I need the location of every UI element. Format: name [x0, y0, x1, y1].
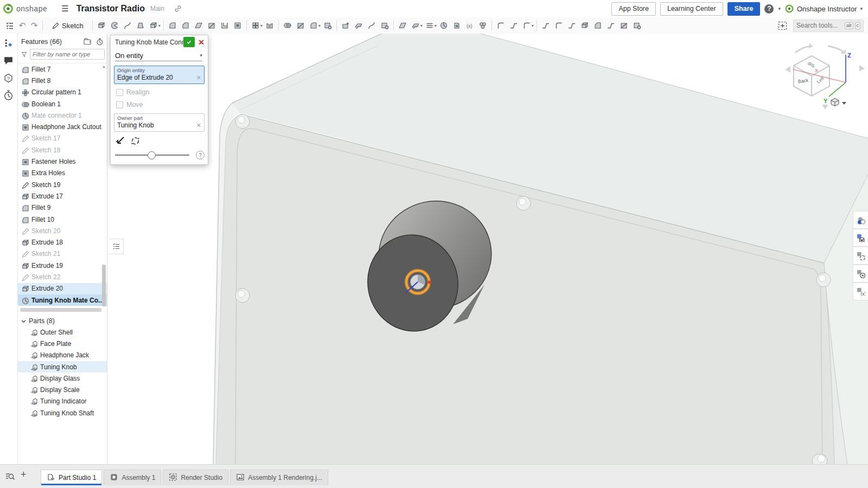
tab-search-icon[interactable]: [5, 472, 15, 481]
tab-part-studio-1[interactable]: Part Studio 1: [41, 470, 102, 485]
sheet-metal-joint-caret-icon[interactable]: ▾: [532, 23, 534, 28]
screw-hole[interactable]: [235, 114, 250, 129]
feature-row[interactable]: Extra Holes: [18, 168, 107, 179]
flip-axis-icon[interactable]: [115, 136, 126, 146]
mirror-icon[interactable]: [263, 19, 276, 32]
move-face-icon[interactable]: [339, 19, 352, 32]
fillet-icon[interactable]: [166, 19, 179, 32]
replace-face-icon[interactable]: [352, 19, 365, 32]
clear-owner-icon[interactable]: ✕: [196, 122, 201, 129]
share-button[interactable]: Share: [727, 2, 761, 16]
feature-row[interactable]: Headphone Jack Cutout: [18, 121, 107, 132]
sheet-metal-flange-icon[interactable]: [507, 19, 520, 32]
search-tools-input[interactable]: Search tools... alt c: [793, 20, 864, 32]
screw-hole[interactable]: [235, 288, 250, 303]
derived-icon[interactable]: [450, 19, 463, 32]
turntable-panel-tab[interactable]: [853, 247, 868, 265]
history-icon[interactable]: [3, 90, 14, 101]
screw-hole[interactable]: [516, 196, 531, 210]
finish-sheet-metal-icon[interactable]: [630, 19, 643, 32]
redo-icon[interactable]: ↷: [28, 21, 40, 30]
rotate-axis-icon[interactable]: [130, 136, 141, 146]
curve-pattern-caret-icon[interactable]: ▾: [435, 23, 437, 28]
help-caret-icon[interactable]: ▾: [778, 6, 781, 11]
custom-feature-icon[interactable]: [476, 19, 489, 32]
flange-icon[interactable]: [539, 19, 552, 32]
3d-viewport[interactable]: Top Back Left Z Y X: [107, 34, 868, 464]
link-icon[interactable]: [174, 5, 182, 12]
feature-row[interactable]: Fillet 10: [18, 214, 107, 225]
part-row[interactable]: Face Plate: [18, 338, 107, 349]
feature-row[interactable]: Fillet 8: [18, 75, 107, 86]
feature-row[interactable]: Fillet 9: [18, 202, 107, 214]
chamfer-icon[interactable]: [179, 19, 192, 32]
plane-icon[interactable]: [396, 19, 409, 32]
screw-hole[interactable]: [816, 273, 831, 287]
extend-wall-icon[interactable]: [604, 19, 617, 32]
origin-entity-field[interactable]: Origin entity Edge of Extrude 20 ✕: [114, 66, 205, 84]
feature-row[interactable]: Extrude 20: [18, 283, 107, 294]
feature-row[interactable]: Sketch 22: [18, 271, 107, 282]
draft-icon[interactable]: [192, 19, 205, 32]
help-box-icon[interactable]: ?: [3, 73, 14, 84]
move-checkbox[interactable]: [116, 101, 123, 108]
insert-item-icon[interactable]: [3, 38, 14, 49]
appearance-panel-tab[interactable]: [853, 211, 868, 229]
hole-icon[interactable]: [231, 19, 244, 32]
custom-views-panel-tab[interactable]: (x): [853, 282, 868, 300]
create-folder-icon[interactable]: [84, 38, 92, 46]
variable-icon[interactable]: (x): [463, 19, 476, 32]
corner-break-icon[interactable]: [591, 19, 604, 32]
scroll-up-icon[interactable]: ▲: [102, 65, 106, 68]
dialog-help-icon[interactable]: ?: [196, 151, 205, 159]
view-cube-menu[interactable]: [831, 99, 846, 106]
thicken-caret-icon[interactable]: ▾: [158, 23, 161, 28]
feature-row[interactable]: Circular pattern 1: [18, 87, 107, 98]
part-row[interactable]: Tuning Indicator: [18, 396, 107, 407]
hem-icon[interactable]: [552, 19, 565, 32]
main-menu-icon[interactable]: ☰: [61, 4, 68, 14]
view-cube[interactable]: Top Back Left Z Y X: [785, 44, 865, 110]
part-row[interactable]: Display Scale: [18, 384, 107, 395]
bend-icon[interactable]: [565, 19, 578, 32]
learning-center-button[interactable]: Learning Center: [660, 2, 723, 16]
feature-row[interactable]: Tuning Knob Mate Co...: [18, 294, 107, 306]
feature-row[interactable]: Sketch 17: [18, 133, 107, 144]
part-row[interactable]: Tuning Knob: [18, 361, 107, 373]
document-title[interactable]: Transistor Radio: [76, 4, 145, 14]
slider-handle[interactable]: [148, 151, 156, 159]
confirm-button[interactable]: [183, 37, 195, 47]
tab-assembly-1[interactable]: Assembly 1: [104, 470, 161, 485]
vertical-scrollbar[interactable]: [102, 265, 106, 306]
branch-name[interactable]: Main: [150, 5, 164, 12]
boolean-icon[interactable]: [281, 19, 294, 32]
realign-checkbox[interactable]: [116, 89, 123, 96]
filter-input[interactable]: [30, 49, 105, 60]
sheet-metal-model-icon[interactable]: [494, 19, 507, 32]
part-row[interactable]: Outer Shell: [18, 326, 107, 338]
extrude-icon[interactable]: [95, 19, 108, 32]
composite-part-caret-icon[interactable]: ▾: [420, 23, 423, 28]
sketch-button[interactable]: Sketch: [48, 21, 87, 31]
feature-row[interactable]: Sketch 21: [18, 248, 107, 260]
feature-row[interactable]: Extrude 17: [18, 190, 107, 202]
parts-section-header[interactable]: Parts (8): [18, 312, 107, 326]
rollback-history-icon[interactable]: [96, 38, 104, 46]
feature-row[interactable]: Sketch 19: [18, 179, 107, 190]
tab-render-studio[interactable]: Render Studio: [163, 470, 228, 485]
mate-connector-icon[interactable]: [437, 19, 450, 32]
select-frame-icon[interactable]: [776, 19, 789, 32]
loft-icon[interactable]: [134, 19, 147, 32]
shell-icon[interactable]: [218, 19, 231, 32]
part-row[interactable]: Display Glass: [18, 373, 107, 384]
selection-list-toggle[interactable]: [109, 239, 124, 254]
cancel-button[interactable]: ✕: [197, 38, 206, 47]
feature-row[interactable]: Mate connector 1: [18, 110, 107, 121]
clear-origin-icon[interactable]: ✕: [196, 74, 201, 81]
feature-list-toggle-icon[interactable]: [3, 19, 16, 32]
linear-pattern-caret-icon[interactable]: ▾: [260, 23, 263, 28]
undo-icon[interactable]: ↶: [16, 21, 28, 30]
revolve-icon[interactable]: [108, 19, 121, 32]
tab-assembly-1-rendering-j[interactable]: Assembly 1 Rendering.j...: [230, 470, 328, 485]
radio-body[interactable]: [213, 34, 868, 464]
